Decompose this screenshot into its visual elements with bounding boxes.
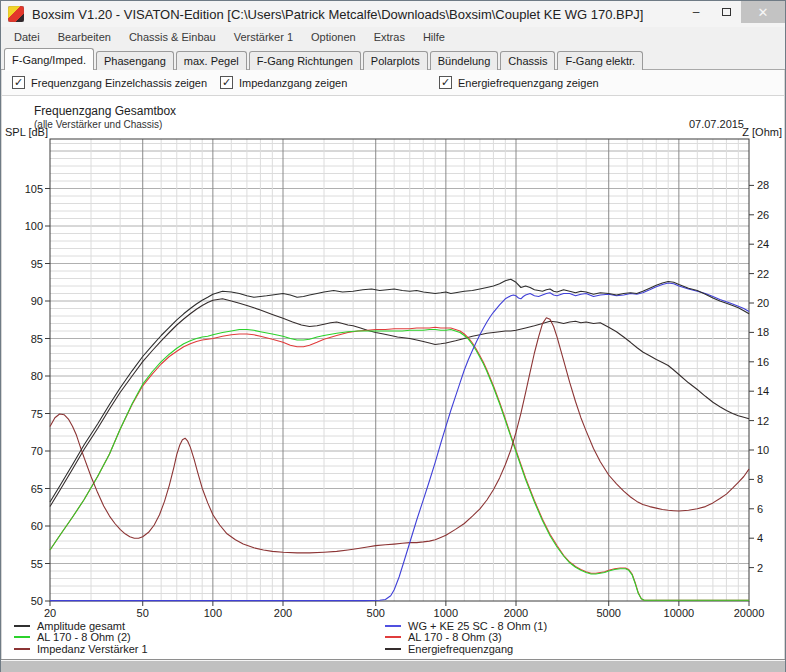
svg-text:200: 200 [274, 607, 292, 619]
chart-panel: 5055606570758085909510010524681012141618… [1, 96, 785, 659]
svg-text:100: 100 [204, 607, 222, 619]
checkbox-icon[interactable]: ✓ [439, 76, 452, 89]
checkbox-icon[interactable]: ✓ [12, 76, 25, 89]
svg-text:1000: 1000 [434, 607, 458, 619]
svg-text:60: 60 [31, 520, 43, 532]
legend-line-swatch [14, 636, 30, 638]
tab-chassis[interactable]: Chassis [500, 51, 555, 70]
svg-text:20: 20 [44, 607, 56, 619]
legend-item-impedanz-verstaerker-1: Impedanz Verstärker 1 [2, 643, 385, 655]
status-bar [1, 659, 785, 672]
tab-polarplots[interactable]: Polarplots [363, 51, 428, 70]
legend-line-swatch [385, 648, 401, 650]
svg-text:10: 10 [757, 444, 769, 456]
svg-text:24: 24 [757, 238, 769, 250]
svg-text:12: 12 [757, 415, 769, 427]
close-icon: ✕ [758, 5, 769, 20]
svg-text:85: 85 [31, 333, 43, 345]
legend-line-swatch [385, 625, 401, 627]
checkbox-label: Energiefrequenzgang zeigen [458, 77, 599, 89]
svg-text:75: 75 [31, 408, 43, 420]
menu-item-optionen[interactable]: Optionen [302, 29, 365, 45]
minimize-button[interactable]: – [681, 1, 711, 23]
svg-text:2000: 2000 [504, 607, 528, 619]
svg-text:80: 80 [31, 370, 43, 382]
legend-item-al170-2: AL 170 - 8 Ohm (2) [2, 632, 385, 644]
chart-title: Frequenzgang Gesamtbox [34, 104, 176, 118]
svg-text:500: 500 [367, 607, 385, 619]
svg-text:14: 14 [757, 385, 769, 397]
svg-text:100: 100 [25, 220, 43, 232]
svg-text:10000: 10000 [664, 607, 695, 619]
menu-item-datei[interactable]: Datei [5, 29, 49, 45]
y-right-axis-label: Z [Ohm] [742, 126, 782, 138]
maximize-button[interactable] [711, 1, 741, 23]
svg-text:2: 2 [757, 562, 763, 574]
title-bar: Boxsim V1.20 - VISATON-Edition [C:\Users… [1, 1, 785, 27]
tab-buendelung[interactable]: Bündelung [430, 51, 499, 70]
svg-text:20: 20 [757, 297, 769, 309]
svg-text:95: 95 [31, 258, 43, 270]
svg-text:20000: 20000 [734, 607, 765, 619]
menu-item-bearbeiten[interactable]: Bearbeiten [49, 29, 120, 45]
maximize-icon [722, 8, 731, 16]
svg-text:50: 50 [31, 595, 43, 607]
svg-text:5000: 5000 [596, 607, 620, 619]
menu-item-verstaerker-1[interactable]: Verstärker 1 [225, 29, 302, 45]
svg-text:26: 26 [757, 209, 769, 221]
svg-text:28: 28 [757, 179, 769, 191]
window-title: Boxsim V1.20 - VISATON-Edition [C:\Users… [32, 7, 643, 22]
svg-text:90: 90 [31, 295, 43, 307]
legend-line-swatch [14, 625, 30, 627]
legend-item-al170-3: AL 170 - 8 Ohm (3) [385, 632, 502, 644]
checkbox-label: Impedanzgang zeigen [239, 77, 347, 89]
tab-fgang-imped[interactable]: F-Gang/Imped. [4, 48, 94, 70]
svg-text:50: 50 [137, 607, 149, 619]
tab-max-pegel[interactable]: max. Pegel [176, 51, 247, 70]
legend-line-swatch [385, 636, 401, 638]
chart-legend: Amplitude gesamt WG + KE 25 SC - 8 Ohm (… [2, 620, 786, 655]
menu-bar: Datei Bearbeiten Chassis & Einbau Verstä… [1, 27, 785, 46]
tab-phasengang[interactable]: Phasengang [96, 51, 174, 70]
menu-item-extras[interactable]: Extras [365, 29, 414, 45]
frequency-response-chart: 5055606570758085909510010524681012141618… [2, 96, 786, 659]
svg-text:18: 18 [757, 326, 769, 338]
legend-line-swatch [14, 648, 30, 650]
app-icon [8, 6, 24, 22]
checkbox-toolbar: ✓ Frequenzgang Einzelchassis zeigen ✓ Im… [1, 70, 785, 96]
svg-text:55: 55 [31, 558, 43, 570]
checkbox-frequenzgang-einzelchassis[interactable]: ✓ Frequenzgang Einzelchassis zeigen [12, 76, 220, 89]
legend-item-amplitude-gesamt: Amplitude gesamt [2, 620, 385, 632]
checkbox-icon[interactable]: ✓ [220, 76, 233, 89]
svg-text:16: 16 [757, 356, 769, 368]
svg-text:65: 65 [31, 483, 43, 495]
menu-item-hilfe[interactable]: Hilfe [414, 29, 454, 45]
legend-item-wg-ke25: WG + KE 25 SC - 8 Ohm (1) [385, 620, 547, 632]
checkbox-energiefrequenzgang[interactable]: ✓ Energiefrequenzgang zeigen [439, 76, 599, 89]
menu-item-chassis-einbau[interactable]: Chassis & Einbau [120, 29, 225, 45]
chart-subtitle: (alle Verstärker und Chassis) [34, 119, 162, 130]
close-button[interactable]: ✕ [741, 1, 785, 23]
checkbox-label: Frequenzgang Einzelchassis zeigen [31, 77, 207, 89]
legend-item-energiefrequenzgang: Energiefrequenzgang [385, 643, 513, 655]
checkbox-impedanzgang[interactable]: ✓ Impedanzgang zeigen [220, 76, 439, 89]
y-left-axis-label: SPL [dB] [5, 126, 48, 138]
app-window: Boxsim V1.20 - VISATON-Edition [C:\Users… [0, 0, 786, 672]
tab-fgang-elektr[interactable]: F-Gang elektr. [557, 51, 643, 70]
window-controls: – ✕ [681, 1, 785, 27]
tab-fgang-richtungen[interactable]: F-Gang Richtungen [249, 51, 361, 70]
svg-text:105: 105 [25, 183, 43, 195]
svg-text:70: 70 [31, 445, 43, 457]
svg-text:22: 22 [757, 268, 769, 280]
svg-text:4: 4 [757, 532, 763, 544]
tab-bar: F-Gang/Imped. Phasengang max. Pegel F-Ga… [1, 46, 785, 70]
chart-date: 07.07.2015 [689, 118, 744, 130]
svg-text:6: 6 [757, 503, 763, 515]
svg-text:8: 8 [757, 473, 763, 485]
